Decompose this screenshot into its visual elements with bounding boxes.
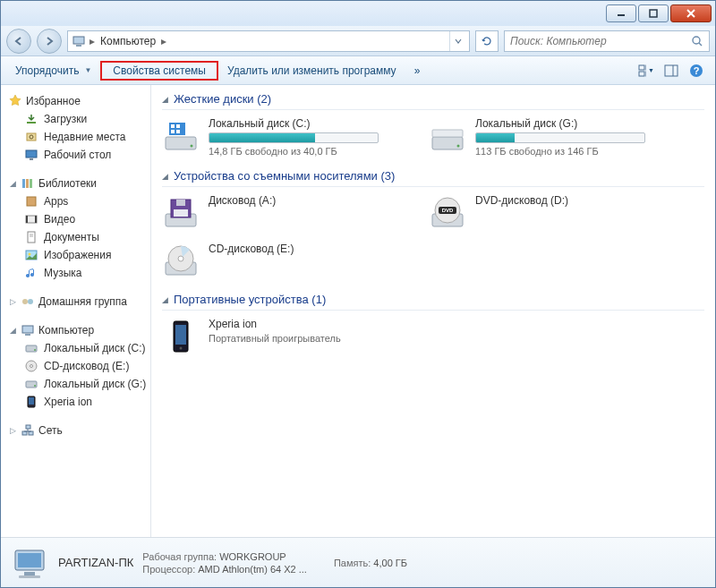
forward-button[interactable] <box>37 29 62 54</box>
phone-icon <box>162 318 200 355</box>
svg-rect-74 <box>19 575 40 578</box>
more-label: » <box>414 64 421 77</box>
drive-name: Xperia ion <box>209 318 341 330</box>
cpu-label: Процессор: <box>142 564 195 575</box>
sidebar-label: Сеть <box>38 424 63 437</box>
minimize-button[interactable] <box>606 4 636 22</box>
svg-rect-47 <box>26 425 30 429</box>
organize-button[interactable]: Упорядочить ▼ <box>6 61 100 81</box>
hdd-win-icon <box>162 117 200 155</box>
svg-rect-8 <box>639 65 644 70</box>
svg-rect-26 <box>26 216 28 223</box>
svg-rect-55 <box>432 130 463 137</box>
sidebar-item-video[interactable]: Видео <box>8 210 150 228</box>
phone-icon <box>24 395 38 409</box>
drive-xperia[interactable]: Xperia ion Портативный проигрыватель <box>162 318 404 355</box>
drive-floppy[interactable]: Дисковод (A:) <box>162 194 404 232</box>
category-head[interactable]: ◢ Устройства со съемными носителями (3) <box>162 169 704 187</box>
drive-info: Xperia ion Портативный проигрыватель <box>209 318 341 355</box>
maximize-button[interactable] <box>638 4 669 22</box>
svg-line-3 <box>687 10 695 17</box>
sidebar-favorites-head[interactable]: Избранное <box>8 92 150 110</box>
drive-info: CD-дисковод (E:) <box>209 243 294 280</box>
svg-rect-22 <box>26 179 29 188</box>
sidebar-homegroup-head[interactable]: ▷ Домашняя группа <box>8 293 150 311</box>
sidebar-item-label: CD-дисковод (E:) <box>44 360 129 372</box>
sidebar-item-xperia[interactable]: Xperia ion <box>8 393 150 411</box>
toolbar: Упорядочить ▼ Свойства системы Удалить и… <box>1 56 715 85</box>
svg-rect-24 <box>27 197 36 206</box>
svg-point-54 <box>457 145 460 148</box>
preview-pane-button[interactable] <box>663 63 679 79</box>
sidebar-item-label: Локальный диск (G:) <box>44 378 146 390</box>
sidebar-favorites: Избранное Загрузки Недавние места Рабочи… <box>8 92 150 164</box>
sidebar-item-label: Локальный диск (C:) <box>44 342 146 354</box>
system-properties-button[interactable]: Свойства системы <box>100 61 218 81</box>
sidebar-item-apps[interactable]: Apps <box>8 192 150 210</box>
category-head[interactable]: ◢ Жесткие диски (2) <box>162 92 704 110</box>
drive-g[interactable]: Локальный диск (G:) 113 ГБ свободно из 1… <box>429 117 670 157</box>
arrow-right-icon <box>44 36 55 47</box>
svg-rect-19 <box>26 150 37 158</box>
address-dropdown[interactable] <box>449 31 465 51</box>
breadcrumb[interactable]: Компьютер <box>98 35 158 47</box>
sidebar-computer-head[interactable]: ◢ Компьютер <box>8 321 150 339</box>
back-button[interactable] <box>6 29 31 54</box>
navbar: ▸ Компьютер ▸ <box>1 26 715 56</box>
svg-rect-10 <box>639 72 644 76</box>
sidebar-item-desktop[interactable]: Рабочий стол <box>8 146 150 164</box>
sidebar-label: Домашняя группа <box>38 295 127 308</box>
sidebar-item-cd-e[interactable]: CD-дисковод (E:) <box>8 357 150 375</box>
minimize-icon <box>617 9 626 18</box>
drive-c[interactable]: Локальный диск (C:) 14,8 ГБ свободно из … <box>162 117 404 157</box>
explorer-window: ▸ Компьютер ▸ Упорядочить ▼ Свойства сис… <box>0 0 716 588</box>
titlebar <box>1 1 715 26</box>
drive-name: Локальный диск (C:) <box>209 117 379 130</box>
svg-rect-23 <box>30 179 32 188</box>
search-input[interactable] <box>510 35 687 47</box>
category-head[interactable]: ◢ Портативные устройства (1) <box>162 293 704 311</box>
svg-rect-72 <box>18 553 41 567</box>
sidebar-item-drive-c[interactable]: Локальный диск (C:) <box>8 339 150 357</box>
toolbar-more[interactable]: » <box>405 61 430 81</box>
category-removable: ◢ Устройства со съемными носителями (3) … <box>162 169 704 280</box>
sidebar-network-head[interactable]: ▷ Сеть <box>8 422 150 439</box>
sidebar-item-images[interactable]: Изображения <box>8 246 150 264</box>
sidebar-item-downloads[interactable]: Загрузки <box>8 110 150 128</box>
sidebar-item-music[interactable]: Музыка <box>8 264 150 282</box>
drive-dvd[interactable]: DVD DVD-дисковод (D:) <box>429 194 670 232</box>
cd-icon <box>162 243 200 280</box>
sidebar-item-docs[interactable]: Документы <box>8 228 150 246</box>
drive-cd[interactable]: CD-дисковод (E:) <box>162 243 404 280</box>
drive-name: Дисковод (A:) <box>209 194 276 207</box>
close-button[interactable] <box>670 4 712 22</box>
drive-name: Локальный диск (G:) <box>475 117 645 130</box>
help-button[interactable]: ? <box>688 63 704 79</box>
drive-name: CD-дисковод (E:) <box>209 243 294 255</box>
category-title: Жесткие диски (2) <box>174 92 271 106</box>
expand-icon: ◢ <box>8 326 17 335</box>
refresh-button[interactable] <box>475 30 499 52</box>
sidebar-item-drive-g[interactable]: Локальный диск (G:) <box>8 375 150 393</box>
svg-rect-53 <box>432 137 463 149</box>
dvd-icon: DVD <box>429 194 466 232</box>
drive-info: Дисковод (A:) <box>209 194 276 232</box>
address-bar[interactable]: ▸ Компьютер ▸ <box>67 30 470 52</box>
sidebar-libraries-head[interactable]: ◢ Библиотеки <box>8 175 150 192</box>
sidebar-item-recent[interactable]: Недавние места <box>8 128 150 146</box>
category-portable: ◢ Портативные устройства (1) Xperia ion … <box>162 293 704 355</box>
workgroup-value: WORKGROUP <box>219 551 286 562</box>
sidebar-network: ▷ Сеть <box>8 422 150 439</box>
drive-info: Локальный диск (C:) 14,8 ГБ свободно из … <box>209 117 379 157</box>
svg-point-40 <box>30 365 33 368</box>
svg-point-51 <box>191 145 193 148</box>
view-mode-button[interactable]: ▼ <box>638 63 654 79</box>
sidebar-item-label: Документы <box>44 231 99 243</box>
svg-rect-5 <box>76 45 81 47</box>
svg-rect-1 <box>650 10 657 17</box>
search-box[interactable] <box>504 30 710 52</box>
svg-text:DVD: DVD <box>442 208 454 213</box>
sidebar: Избранное Загрузки Недавние места Рабочи… <box>1 85 151 537</box>
download-icon <box>24 112 38 126</box>
uninstall-button[interactable]: Удалить или изменить программу <box>218 61 405 81</box>
